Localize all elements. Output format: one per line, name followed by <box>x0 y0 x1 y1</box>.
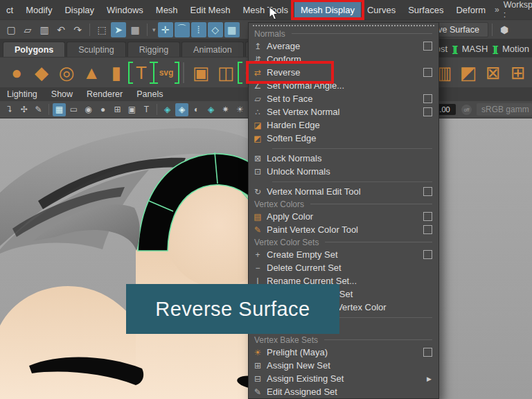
option-box[interactable] <box>423 187 432 196</box>
shelf-tab-polygons[interactable]: Polygons <box>3 42 65 57</box>
menu-item-set-to-face[interactable]: ▱Set to Face <box>249 92 438 105</box>
menu-item-soften-edge[interactable]: ◩Soften Edge <box>249 132 438 145</box>
shelf-tab-rigging[interactable]: Rigging <box>127 42 180 57</box>
resolution-gate-icon[interactable]: ◉ <box>82 103 95 116</box>
wireframe-icon[interactable]: ◈ <box>161 103 174 116</box>
polygon-torus-icon[interactable]: ◎ <box>55 61 78 85</box>
menubar-item-ct[interactable]: ct <box>0 0 19 19</box>
select-by-hierarchy-icon[interactable]: ⬚ <box>94 22 109 37</box>
use-all-lights-icon[interactable]: ◈ <box>204 103 218 116</box>
menubar-overflow-chevron[interactable]: » <box>492 0 502 19</box>
menu-item-assign-existing-set[interactable]: ⊟Assign Existing Set▶ <box>249 372 438 385</box>
menu-item-apply-color[interactable]: ▤Apply Color <box>249 210 438 223</box>
polygon-cylinder-icon[interactable]: ▮ <box>105 61 128 85</box>
menubar-item-display[interactable]: Display <box>58 0 100 19</box>
save-scene-icon[interactable]: ▥ <box>37 22 52 37</box>
separate-icon[interactable]: ◫ <box>214 61 238 85</box>
menu-item-conform[interactable]: ⇵Conform <box>249 53 438 66</box>
exposure-off-toggle[interactable]: off <box>461 105 472 115</box>
grease-pencil-icon[interactable]: ✎ <box>32 103 45 116</box>
menubar-item-curves[interactable]: Curves <box>361 0 402 19</box>
chevron-down-icon[interactable]: ▾ <box>152 26 156 33</box>
hud-icon[interactable]: T <box>140 103 153 116</box>
textured-icon[interactable]: ◐ <box>190 103 203 116</box>
snap-to-point-icon[interactable]: ⦙ <box>191 22 206 37</box>
camera-track-icon[interactable]: ✣ <box>17 103 30 116</box>
menu-item-paint-vertex-color-tool[interactable]: ✎Paint Vertex Color Tool <box>249 223 438 236</box>
menu-item-label: Edit Assigned Set <box>267 387 438 397</box>
shadows-icon[interactable]: ✷ <box>219 103 232 116</box>
menubar-item-surfaces[interactable]: Surfaces <box>402 0 450 19</box>
menubar-items: ctModifyDisplayWindowsMeshEdit MeshMesh … <box>0 0 492 19</box>
menu-tearoff-handle[interactable] <box>253 25 434 26</box>
field-chart-icon[interactable]: ⊞ <box>111 103 124 116</box>
film-gate-icon[interactable]: ▭ <box>67 103 80 116</box>
make-live-icon[interactable]: ▦ <box>224 22 240 37</box>
grid-icon[interactable]: ▦ <box>53 103 66 116</box>
gamma-dropdown[interactable]: sRGB gamm <box>477 103 532 116</box>
undo-icon[interactable]: ↶ <box>53 22 69 37</box>
panel-menu-panels[interactable]: Panels <box>130 89 170 99</box>
menu-item-delete-current-set[interactable]: −Delete Current Set <box>249 261 438 274</box>
menu-item-create-empty-set[interactable]: +Create Empty Set <box>249 248 438 261</box>
menu-item-assign-new-set[interactable]: ⊞Assign New Set <box>249 359 438 372</box>
quad-draw-icon[interactable]: ⊞ <box>506 61 530 85</box>
smooth-shade-icon[interactable]: ◈ <box>175 103 188 116</box>
option-box[interactable] <box>423 348 432 357</box>
shelf-tab-fragment[interactable]: Motion <box>502 44 529 54</box>
select-by-object-icon[interactable]: ➤ <box>111 22 126 37</box>
menu-item-edit-assigned-set[interactable]: ✎Edit Assigned Set <box>249 385 438 398</box>
option-box[interactable] <box>423 250 432 259</box>
option-box[interactable] <box>423 225 432 234</box>
menu-item-set-vertex-normal[interactable]: ∴Set Vertex Normal <box>249 105 438 118</box>
menubar-item-edit-mesh[interactable]: Edit Mesh <box>184 0 237 19</box>
viewport-toolbar-separator <box>48 104 49 115</box>
option-box[interactable] <box>423 42 432 51</box>
snap-to-grid-icon[interactable]: ✛ <box>158 22 173 37</box>
polygon-cone-icon[interactable]: ▲ <box>80 61 103 85</box>
panel-menu-show[interactable]: Show <box>44 89 80 99</box>
snap-together-icon[interactable]: ⬢ <box>497 22 512 37</box>
shelf-tab-fragment[interactable]: MASH <box>462 44 488 54</box>
polygon-cube-icon[interactable]: ◆ <box>30 61 53 85</box>
menubar-item-windows[interactable]: Windows <box>100 0 150 19</box>
type-tool-icon[interactable]: T <box>130 61 153 85</box>
menu-item-harden-edge[interactable]: ◪Harden Edge <box>249 118 438 132</box>
panel-menu-lighting[interactable]: Lighting <box>0 89 44 99</box>
new-scene-icon[interactable]: ▢ <box>3 22 19 37</box>
menubar-item-modify[interactable]: Modify <box>19 0 58 19</box>
menu-item-prelight-maya-[interactable]: ☀Prelight (Maya) <box>249 346 438 359</box>
redo-icon[interactable]: ↷ <box>70 22 85 37</box>
assign-existing-set-icon: ⊟ <box>249 374 267 384</box>
menubar-item-mesh-display[interactable]: Mesh Display <box>294 0 361 19</box>
gate-mask-icon[interactable]: ● <box>96 103 109 116</box>
option-box[interactable] <box>423 107 432 116</box>
snap-to-curve-icon[interactable]: ⌒ <box>175 22 190 37</box>
menubar-item-mesh-tools[interactable]: Mesh Tools <box>236 0 294 19</box>
delete-edge-icon[interactable]: ⊠ <box>481 61 505 85</box>
ambient-occlusion-icon[interactable]: ☀ <box>233 103 247 116</box>
safe-action-icon[interactable]: ▣ <box>125 103 139 116</box>
menu-item-reverse[interactable]: ⇄Reverse <box>249 66 438 79</box>
menu-item-vertex-normal-edit-tool[interactable]: ↻Vertex Normal Edit Tool <box>249 185 438 198</box>
menu-item-unlock-normals[interactable]: ⊡Unlock Normals <box>249 165 438 178</box>
menu-item-set-normal-angle-[interactable]: ∠Set Normal Angle... <box>249 79 438 92</box>
menubar-item-mesh[interactable]: Mesh <box>150 0 184 19</box>
polygon-sphere-icon[interactable]: ● <box>5 61 28 85</box>
select-by-component-icon[interactable]: ▦ <box>127 22 143 37</box>
shelf-tab-sculpting[interactable]: Sculpting <box>66 42 125 57</box>
multi-cut-icon[interactable]: ◩ <box>456 61 480 85</box>
menu-item-average[interactable]: ↥Average <box>249 39 438 53</box>
option-box[interactable] <box>423 94 432 103</box>
menubar-item-deform[interactable]: Deform <box>450 0 492 19</box>
svg-tool-icon[interactable]: svg <box>154 61 178 85</box>
snap-to-view-icon[interactable]: ⮧ <box>3 103 16 116</box>
panel-menu-renderer[interactable]: Renderer <box>80 89 130 99</box>
menu-item-lock-normals[interactable]: ⊠Lock Normals <box>249 152 438 165</box>
combine-icon[interactable]: ▣ <box>189 61 213 85</box>
option-box[interactable] <box>423 68 432 77</box>
shelf-tab-animation[interactable]: Animation <box>181 42 244 57</box>
snap-to-projected-center-icon[interactable]: ◇ <box>208 22 223 37</box>
option-box[interactable] <box>423 212 432 221</box>
open-scene-icon[interactable]: ▱ <box>20 22 35 37</box>
